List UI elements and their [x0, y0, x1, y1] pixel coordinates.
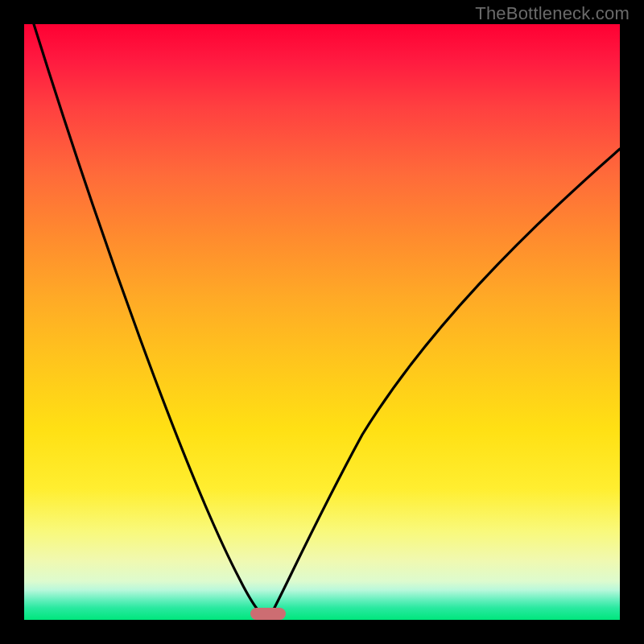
chart-plot-area: [24, 24, 620, 620]
bottleneck-marker: [250, 608, 286, 620]
curve-left-branch: [34, 24, 268, 620]
curve-right-branch: [268, 149, 620, 620]
bottleneck-curve: [24, 24, 620, 620]
watermark-text: TheBottleneck.com: [475, 3, 630, 24]
